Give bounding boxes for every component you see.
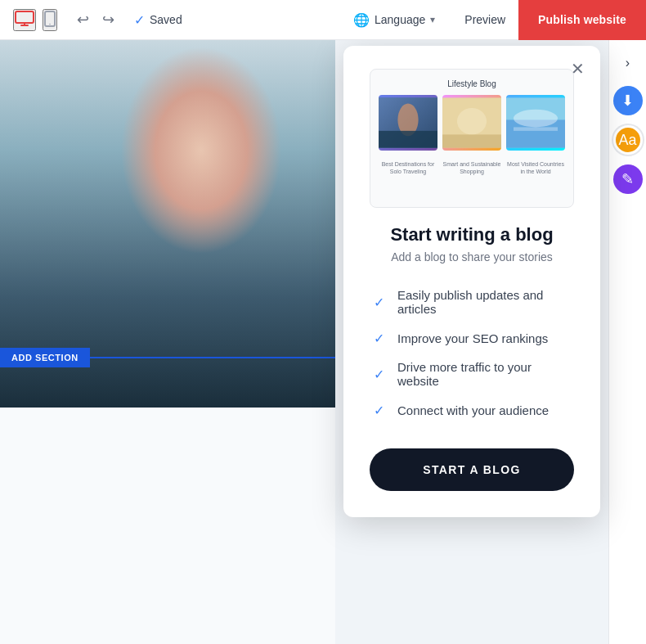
feature-text-3: Drive more traffic to your website — [397, 360, 574, 388]
saved-label: Saved — [150, 13, 182, 26]
add-section-bar: ADD SECTION — [0, 348, 335, 367]
desktop-view-button[interactable] — [13, 9, 36, 31]
blog-caption-2: Smart and Sustainable Shopping — [442, 157, 501, 175]
feature-text-1: Easily publish updates and articles — [397, 288, 574, 316]
check-icon-3: ✓ — [370, 365, 388, 383]
toolbar-left: ↩ ↪ ✓ Saved — [0, 7, 343, 32]
blog-image-1 — [379, 95, 437, 151]
check-icon-2: ✓ — [370, 329, 388, 347]
svg-rect-0 — [16, 11, 34, 23]
blog-caption-1: Best Destinations for Solo Traveling — [379, 157, 437, 175]
check-icon-1: ✓ — [370, 293, 388, 311]
sidebar-font-button[interactable]: Aa — [613, 125, 643, 155]
blog-captions: Best Destinations for Solo Traveling Sma… — [379, 157, 565, 175]
modal-heading: Start writing a blog — [370, 224, 574, 245]
add-section-button[interactable]: ADD SECTION — [0, 348, 90, 367]
font-icon: Aa — [618, 132, 636, 149]
toolbar: ↩ ↪ ✓ Saved 🌐 Language ▾ Preview Publish… — [0, 0, 646, 40]
feature-list: ✓ Easily publish updates and articles ✓ … — [370, 281, 574, 426]
feature-item-4: ✓ Connect with your audience — [370, 394, 574, 426]
svg-rect-9 — [442, 134, 501, 147]
add-section-line — [90, 357, 335, 358]
sidebar-expand-button[interactable]: › — [615, 50, 641, 76]
download-icon: ⬇ — [621, 92, 634, 110]
preview-button[interactable]: Preview — [451, 8, 518, 31]
blog-caption-3: Most Visited Countries in the World — [506, 157, 565, 175]
undo-button[interactable]: ↩ — [74, 7, 92, 32]
globe-icon: 🌐 — [353, 12, 370, 28]
blog-image-2 — [442, 95, 501, 151]
redo-button[interactable]: ↪ — [99, 7, 118, 32]
feature-text-4: Connect with your audience — [397, 403, 549, 417]
chevron-down-icon: ▾ — [430, 14, 435, 25]
right-sidebar: › ⬇ Aa ✎ — [608, 40, 646, 644]
sidebar-edit-button[interactable]: ✎ — [613, 164, 643, 194]
svg-point-12 — [514, 110, 558, 128]
toolbar-center: 🌐 Language ▾ Preview — [343, 7, 518, 33]
svg-point-8 — [457, 108, 487, 134]
svg-point-2 — [49, 23, 51, 25]
blog-preview-title: Lifestyle Blog — [447, 79, 496, 88]
saved-check-icon: ✓ — [134, 12, 145, 28]
sidebar-download-button[interactable]: ⬇ — [613, 86, 643, 115]
feature-item-1: ✓ Easily publish updates and articles — [370, 281, 574, 322]
svg-rect-13 — [514, 127, 558, 131]
feature-item-2: ✓ Improve your SEO rankings — [370, 322, 574, 354]
svg-rect-6 — [379, 131, 437, 148]
blog-modal: ✕ Lifestyle Blog — [343, 46, 600, 517]
publish-website-button[interactable]: Publish website — [518, 0, 646, 40]
tablet-view-button[interactable] — [43, 9, 57, 31]
modal-close-button[interactable]: ✕ — [566, 57, 589, 80]
undo-redo: ↩ ↪ — [74, 7, 118, 32]
blog-preview-images — [379, 95, 565, 151]
feature-text-2: Improve your SEO rankings — [397, 331, 548, 345]
device-icons — [13, 9, 57, 31]
modal-subheading: Add a blog to share your stories — [370, 250, 574, 263]
language-button[interactable]: 🌐 Language ▾ — [343, 7, 445, 33]
check-icon-4: ✓ — [370, 401, 388, 419]
start-blog-button[interactable]: START A BLOG — [370, 448, 574, 491]
language-label: Language — [375, 13, 425, 26]
edit-icon: ✎ — [621, 170, 634, 188]
blog-image-3 — [506, 95, 565, 151]
feature-item-3: ✓ Drive more traffic to your website — [370, 354, 574, 394]
bottom-canvas — [0, 408, 335, 644]
saved-status: ✓ Saved — [134, 12, 182, 28]
blog-preview-image: Lifestyle Blog — [370, 69, 574, 208]
